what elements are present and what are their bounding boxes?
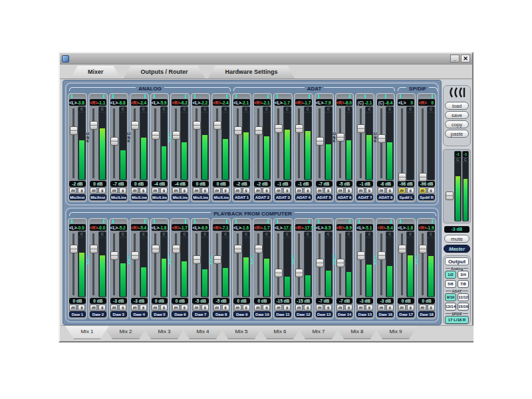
- pan-slider[interactable]: [419, 94, 434, 98]
- mute-button[interactable]: m: [295, 188, 303, 194]
- pan-slider[interactable]: [193, 219, 208, 223]
- fader-track[interactable]: [90, 106, 98, 180]
- solo-button[interactable]: s: [386, 188, 394, 194]
- tab-mix-5[interactable]: Mix 5: [219, 326, 263, 339]
- fader-handle[interactable]: [275, 124, 283, 133]
- fader-track[interactable]: [69, 106, 78, 180]
- pan-slider[interactable]: [152, 94, 168, 98]
- solo-button[interactable]: s: [243, 188, 250, 194]
- solo-button[interactable]: s: [263, 305, 270, 311]
- fader-handle[interactable]: [90, 121, 98, 130]
- solo-button[interactable]: s: [98, 305, 106, 311]
- mute-button[interactable]: m: [419, 305, 426, 311]
- output-button-5-6[interactable]: 5/6: [445, 280, 456, 288]
- fader-track[interactable]: [254, 231, 263, 297]
- fader-handle[interactable]: [131, 121, 139, 130]
- save-button[interactable]: save: [445, 111, 469, 119]
- fader-track[interactable]: [275, 231, 283, 297]
- mute-button[interactable]: m: [398, 188, 406, 194]
- fader-track[interactable]: [398, 231, 406, 297]
- pan-slider[interactable]: [255, 219, 270, 223]
- mute-button[interactable]: m: [90, 188, 97, 194]
- solo-button[interactable]: s: [181, 188, 188, 194]
- pan-slider[interactable]: [419, 219, 434, 223]
- fader-track[interactable]: [192, 231, 201, 297]
- fader-track[interactable]: [69, 231, 78, 297]
- pan-slider[interactable]: [132, 219, 147, 223]
- pan-slider[interactable]: [357, 219, 372, 223]
- fader-handle[interactable]: [172, 245, 180, 253]
- fader-track[interactable]: [377, 106, 386, 180]
- tab-mix-3[interactable]: Mix 3: [142, 326, 186, 339]
- fader-handle[interactable]: [336, 133, 344, 142]
- tab-mix-9[interactable]: Mix 9: [374, 326, 418, 339]
- fader-track[interactable]: [213, 231, 221, 297]
- tab-mix-8[interactable]: Mix 8: [335, 326, 379, 339]
- master-fader-handle[interactable]: [446, 192, 454, 200]
- fader-track[interactable]: [213, 106, 221, 180]
- fader-track[interactable]: [336, 106, 345, 180]
- mute-button[interactable]: m: [110, 305, 118, 311]
- tab-mixer[interactable]: Mixer: [70, 66, 121, 78]
- mute-button[interactable]: m: [90, 305, 97, 311]
- fader-handle[interactable]: [152, 131, 160, 140]
- solo-button[interactable]: s: [304, 305, 311, 311]
- fader-handle[interactable]: [357, 251, 365, 260]
- pan-slider[interactable]: [337, 219, 352, 223]
- mute-button[interactable]: m: [193, 188, 200, 194]
- fader-handle[interactable]: [193, 121, 201, 130]
- solo-button[interactable]: s: [119, 188, 126, 194]
- solo-button[interactable]: s: [283, 188, 291, 194]
- pan-slider[interactable]: [111, 94, 126, 98]
- output-button-3-4[interactable]: 3/4: [458, 271, 469, 279]
- fader-handle[interactable]: [213, 255, 221, 264]
- load-button[interactable]: load: [445, 102, 469, 110]
- fader-handle[interactable]: [255, 126, 263, 135]
- solo-button[interactable]: s: [386, 305, 394, 311]
- fader-track[interactable]: [398, 106, 406, 180]
- pan-slider[interactable]: [275, 219, 291, 223]
- solo-button[interactable]: s: [325, 305, 332, 311]
- solo-button[interactable]: s: [201, 188, 209, 194]
- master-fader-track[interactable]: [445, 151, 454, 221]
- solo-button[interactable]: s: [160, 305, 168, 311]
- pan-slider[interactable]: [234, 219, 249, 223]
- fader-handle[interactable]: [193, 255, 201, 264]
- fader-handle[interactable]: [131, 251, 139, 260]
- fader-track[interactable]: [152, 106, 160, 180]
- tab-hardware-settings[interactable]: Hardware Settings: [208, 66, 295, 78]
- solo-button[interactable]: s: [407, 188, 414, 194]
- solo-button[interactable]: s: [98, 188, 106, 194]
- fader-track[interactable]: [110, 231, 119, 297]
- mute-button[interactable]: m: [172, 188, 180, 194]
- output-button-13-14[interactable]: 13/14: [445, 303, 456, 311]
- pan-slider[interactable]: [70, 94, 85, 98]
- mute-button[interactable]: m: [295, 305, 303, 311]
- solo-button[interactable]: s: [160, 188, 168, 194]
- fader-track[interactable]: [172, 231, 180, 297]
- mute-button[interactable]: m: [213, 305, 221, 311]
- fader-handle[interactable]: [398, 173, 406, 182]
- solo-button[interactable]: s: [283, 305, 291, 311]
- output-button-11-12[interactable]: 11/12: [458, 293, 469, 301]
- fader-track[interactable]: [275, 106, 283, 180]
- pan-slider[interactable]: [398, 219, 414, 223]
- solo-button[interactable]: s: [222, 188, 229, 194]
- pan-slider[interactable]: [317, 219, 332, 223]
- fader-track[interactable]: [131, 106, 140, 180]
- mute-button[interactable]: m: [172, 305, 180, 311]
- fader-track[interactable]: [192, 106, 201, 180]
- pan-slider[interactable]: [317, 94, 332, 98]
- fader-track[interactable]: [295, 106, 304, 180]
- pan-slider[interactable]: [111, 219, 126, 223]
- solo-button[interactable]: s: [263, 188, 270, 194]
- fader-track[interactable]: [131, 231, 140, 297]
- pan-slider[interactable]: [378, 94, 393, 98]
- mute-button[interactable]: m: [131, 305, 138, 311]
- pan-slider[interactable]: [213, 94, 229, 98]
- pan-slider[interactable]: [255, 94, 270, 98]
- tab-mix-7[interactable]: Mix 7: [297, 326, 340, 339]
- solo-button[interactable]: s: [181, 305, 188, 311]
- mute-button[interactable]: m: [193, 305, 200, 311]
- fader-handle[interactable]: [378, 251, 386, 260]
